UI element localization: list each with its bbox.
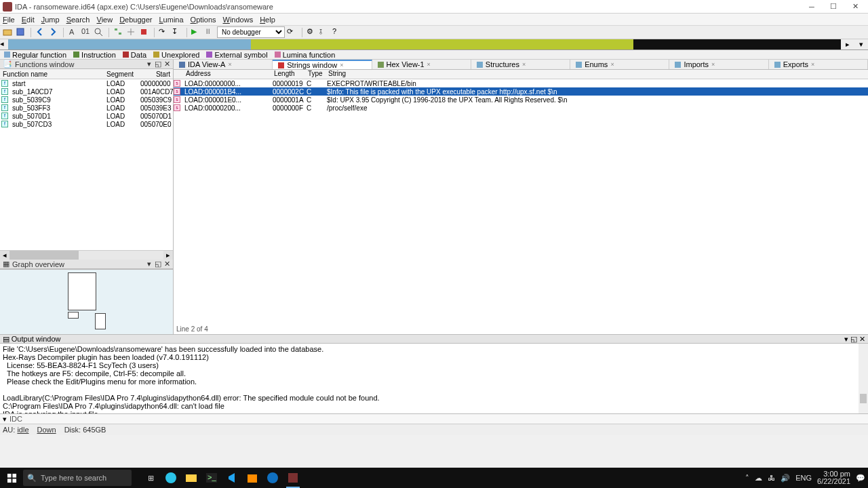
main-toolbar: A 01 ↷ ↧ ▶ ⏸ No debugger ⟳ ⚙ ⫱ ? xyxy=(0,26,868,39)
help-icon[interactable]: ? xyxy=(332,27,343,38)
tray-volume-icon[interactable]: 🔊 xyxy=(781,474,790,483)
menu-file[interactable]: File xyxy=(3,16,15,24)
app-terminal[interactable]: >_ xyxy=(202,468,221,488)
svg-rect-14 xyxy=(186,474,197,482)
tab-strings-window[interactable]: Strings window× xyxy=(273,60,372,69)
strings-header[interactable]: Address Length Type String xyxy=(174,70,868,79)
tab-enums[interactable]: Enums× xyxy=(570,60,669,69)
graph-icon[interactable] xyxy=(113,27,124,38)
functions-hscrollbar[interactable]: ◂▸ xyxy=(0,250,173,260)
string-row[interactable]: sLOAD:000001E0...0000001AC$Id: UPX 3.95 … xyxy=(174,96,868,104)
tray-lang[interactable]: ENG xyxy=(795,474,812,482)
menu-options[interactable]: Options xyxy=(191,16,216,24)
tab-imports[interactable]: Imports× xyxy=(669,60,768,69)
search-icon[interactable] xyxy=(94,27,104,38)
cfg-icon[interactable]: ⚙ xyxy=(307,27,317,38)
xrefs-icon[interactable] xyxy=(126,27,137,38)
function-row[interactable]: fsub_1A0CD7LOAD001A0CD7 xyxy=(0,87,173,96)
panel-menu-icon[interactable]: ▾ xyxy=(844,335,848,344)
function-row[interactable]: fsub_507CD3LOAD005070E0 xyxy=(0,120,173,128)
tab-close-icon[interactable]: × xyxy=(228,61,231,68)
string-row[interactable]: sLOAD:00000000...00000019CEXECPROT/WRITE… xyxy=(174,79,868,87)
tray-onedrive-icon[interactable]: ☁ xyxy=(755,474,762,483)
menu-help[interactable]: Help xyxy=(260,16,275,24)
panel-restore-icon[interactable]: ◱ xyxy=(155,260,161,268)
forward-icon[interactable] xyxy=(48,27,59,38)
tab-close-icon[interactable]: × xyxy=(427,61,431,68)
save-icon[interactable] xyxy=(16,27,26,38)
function-row[interactable]: fstartLOAD00000000 xyxy=(0,79,173,87)
menu-bar: FileEditJumpSearchViewDebuggerLuminaOpti… xyxy=(0,14,868,26)
panel-close-icon[interactable]: ✕ xyxy=(163,60,170,68)
filter-icon[interactable]: ⫱ xyxy=(319,27,330,38)
refresh-icon[interactable]: ⟳ xyxy=(287,27,298,38)
tray-clock[interactable]: 3:00 pm6/22/2021 xyxy=(817,470,850,485)
debugger-combo[interactable]: No debugger xyxy=(217,26,285,38)
command-input[interactable] xyxy=(25,415,865,423)
tray-network-icon[interactable]: 🖧 xyxy=(768,474,775,482)
graph-overview[interactable] xyxy=(0,269,173,334)
tab-structures[interactable]: Structures× xyxy=(471,60,570,69)
function-row[interactable]: fsub_5039C9LOAD005039C9 xyxy=(0,96,173,104)
menu-jump[interactable]: Jump xyxy=(41,16,60,24)
text-view-icon[interactable]: A xyxy=(68,27,79,38)
taskbar-search[interactable]: 🔍 Type here to search xyxy=(23,470,132,486)
open-icon[interactable] xyxy=(3,27,14,38)
function-row[interactable]: fsub_503FF3LOAD005039E3 xyxy=(0,104,173,112)
tab-ida-view-a[interactable]: IDA View-A× xyxy=(174,60,273,69)
app-store[interactable] xyxy=(243,468,262,488)
maximize-button[interactable]: ☐ xyxy=(823,1,844,12)
view-tabs: IDA View-A×Strings window×Hex View-1×Str… xyxy=(174,60,868,70)
minimize-button[interactable]: ─ xyxy=(802,1,822,12)
menu-search[interactable]: Search xyxy=(66,16,90,24)
tray-chevron-icon[interactable]: ˄ xyxy=(745,474,749,483)
panel-menu-icon[interactable]: ▾ xyxy=(146,60,153,68)
output-vscrollbar[interactable] xyxy=(859,344,868,413)
panel-close-icon[interactable]: ✕ xyxy=(859,335,865,344)
panel-menu-icon[interactable]: ▾ xyxy=(146,260,153,268)
menu-windows[interactable]: Windows xyxy=(223,16,254,24)
tab-exports[interactable]: Exports× xyxy=(769,60,868,69)
legend-item: Instruction xyxy=(73,51,116,59)
tab-close-icon[interactable]: × xyxy=(610,61,614,68)
back-icon[interactable] xyxy=(35,27,46,38)
functions-header[interactable]: Function name Segment Start xyxy=(0,69,173,79)
step-over-icon[interactable]: ↷ xyxy=(159,27,170,38)
panel-close-icon[interactable]: ✕ xyxy=(163,260,170,268)
start-button[interactable] xyxy=(0,468,23,488)
panel-restore-icon[interactable]: ◱ xyxy=(850,335,857,344)
function-row[interactable]: fsub_5070D1LOAD005070D1 xyxy=(0,112,173,120)
tab-close-icon[interactable]: × xyxy=(811,61,814,68)
legend-item: Data xyxy=(123,51,146,59)
prompt-selector-icon[interactable]: ▾ xyxy=(3,415,7,424)
tray-notifications-icon[interactable]: 💬 xyxy=(856,474,865,483)
menu-debugger[interactable]: Debugger xyxy=(119,16,152,24)
tab-hex-view-[interactable]: Hex View-1× xyxy=(372,60,471,69)
app-vscode[interactable] xyxy=(222,468,241,488)
binary-icon[interactable]: 01 xyxy=(81,27,92,38)
pause-icon[interactable]: ⏸ xyxy=(204,27,215,38)
app-edge[interactable] xyxy=(161,468,180,488)
panel-restore-icon[interactable]: ◱ xyxy=(155,60,161,68)
output-panel-header: ▤ Output window ▾◱✕ xyxy=(0,334,868,344)
app-explorer[interactable] xyxy=(182,468,201,488)
step-into-icon[interactable]: ↧ xyxy=(172,27,182,38)
stop-icon[interactable] xyxy=(139,27,150,38)
tab-close-icon[interactable]: × xyxy=(711,61,715,68)
output-window[interactable]: File 'C:\Users\Eugene\Downloads\ransomew… xyxy=(0,344,868,414)
tab-close-icon[interactable]: × xyxy=(340,62,343,68)
play-icon[interactable]: ▶ xyxy=(191,27,202,38)
tab-close-icon[interactable]: × xyxy=(522,61,526,68)
menu-view[interactable]: View xyxy=(97,16,113,24)
string-row[interactable]: sLOAD:00000200...0000000FC/proc/self/exe xyxy=(174,104,868,112)
status-bar: AU: idle Down Disk: 645GB xyxy=(0,424,868,435)
svg-point-18 xyxy=(267,472,278,483)
menu-lumina[interactable]: Lumina xyxy=(159,16,183,24)
close-button[interactable]: ✕ xyxy=(845,1,865,12)
navigation-band[interactable]: ◂ ▸▾ xyxy=(0,39,868,50)
menu-edit[interactable]: Edit xyxy=(22,16,35,24)
task-view-icon[interactable]: ⊞ xyxy=(141,468,160,488)
app-ida[interactable] xyxy=(283,468,302,488)
string-row[interactable]: sLOAD:000001B4...0000002CC$Info: This fi… xyxy=(174,87,868,96)
app-security[interactable] xyxy=(263,468,282,488)
